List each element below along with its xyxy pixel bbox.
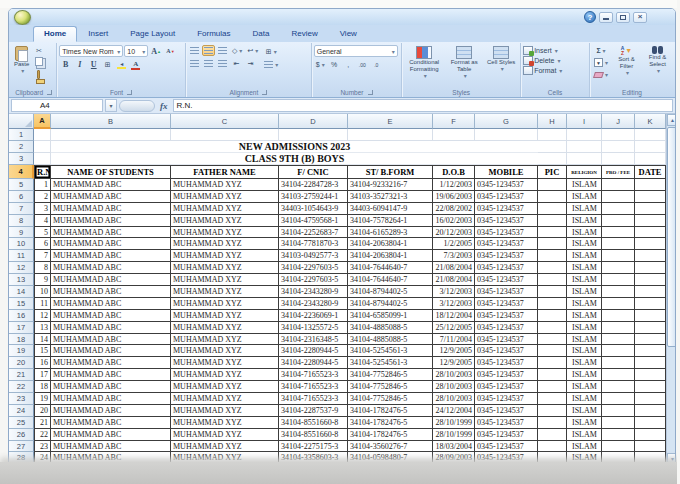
cell[interactable]: ISLAM xyxy=(567,369,602,381)
cell[interactable]: 8 xyxy=(34,262,51,274)
cell[interactable]: ISLAM xyxy=(567,250,602,262)
cell[interactable] xyxy=(602,129,635,141)
table-header-cell[interactable]: D.O.B xyxy=(433,165,475,179)
cell[interactable] xyxy=(635,310,666,322)
cell[interactable]: 34104-7752846-5 xyxy=(348,381,433,393)
cell[interactable] xyxy=(538,215,567,227)
cell[interactable]: MUHAMMAD XYZ xyxy=(171,262,279,274)
row-header-14[interactable]: 14 xyxy=(9,286,34,298)
table-header-cell[interactable]: FATHER NAME xyxy=(171,165,279,179)
row-header-11[interactable]: 11 xyxy=(9,250,34,262)
cell[interactable]: MUHAMMAD ABC xyxy=(51,215,171,227)
cell-styles-button[interactable]: Cell Styles▾ xyxy=(484,45,518,81)
merge-options-button[interactable]: ▾ xyxy=(262,59,280,70)
cell[interactable] xyxy=(602,405,635,417)
cell[interactable]: 34104-7781870-3 xyxy=(279,238,348,250)
cell[interactable]: 0345-1234537 xyxy=(475,429,538,441)
cell[interactable]: 34104-7165523-3 xyxy=(279,369,348,381)
row-header-23[interactable]: 23 xyxy=(9,393,34,405)
cell[interactable] xyxy=(602,310,635,322)
cell[interactable]: MUHAMMAD ABC xyxy=(51,357,171,369)
cell[interactable] xyxy=(602,322,635,334)
cell[interactable]: 16 xyxy=(34,357,51,369)
cell[interactable] xyxy=(538,381,567,393)
sheet-title-row3[interactable]: CLASS 9TH (B) BOYS xyxy=(51,153,538,165)
decrease-indent-button[interactable]: ⇤ xyxy=(230,58,243,69)
cell[interactable]: MUHAMMAD ABC xyxy=(51,417,171,429)
cell[interactable] xyxy=(602,250,635,262)
minimize-button[interactable] xyxy=(599,12,613,23)
cell[interactable]: 0345-1234537 xyxy=(475,250,538,262)
column-header-F[interactable]: F xyxy=(433,114,475,129)
orientation-button[interactable]: ◇▾ xyxy=(230,45,244,56)
cell[interactable] xyxy=(602,393,635,405)
cell[interactable]: 20/12/2003 xyxy=(433,227,475,239)
cell[interactable]: 34104-2236069-1 xyxy=(279,310,348,322)
cell[interactable]: 0345-1234537 xyxy=(475,334,538,346)
cell[interactable] xyxy=(635,141,666,153)
cell[interactable]: 34103-2759244-1 xyxy=(279,191,348,203)
cell[interactable] xyxy=(567,153,602,165)
cell[interactable]: 34104-4759568-1 xyxy=(279,215,348,227)
cell[interactable] xyxy=(538,310,567,322)
cell[interactable]: 14 xyxy=(34,334,51,346)
format-painter-button[interactable] xyxy=(32,68,45,80)
cell[interactable]: 0345-1234537 xyxy=(475,262,538,274)
cell[interactable]: 12/9/2005 xyxy=(433,345,475,357)
cell[interactable]: MUHAMMAD ABC xyxy=(51,405,171,417)
cell[interactable]: 5 xyxy=(34,227,51,239)
column-header-D[interactable]: D xyxy=(279,114,348,129)
cell[interactable] xyxy=(538,262,567,274)
shrink-font-button[interactable]: A▼ xyxy=(164,46,177,57)
cell[interactable]: ISLAM xyxy=(567,393,602,405)
cell[interactable]: 34104-1782476-5 xyxy=(348,429,433,441)
cell[interactable]: ISLAM xyxy=(567,429,602,441)
font-name-combo[interactable]: Times New Rom▾ xyxy=(59,45,123,57)
cell[interactable] xyxy=(635,417,666,429)
cell[interactable] xyxy=(538,429,567,441)
cell[interactable]: 0345-1234537 xyxy=(475,203,538,215)
cell[interactable]: 19/06/2003 xyxy=(433,191,475,203)
table-header-cell[interactable]: NAME OF STUDENTS xyxy=(51,165,171,179)
cell[interactable]: 1 xyxy=(34,179,51,191)
column-header-G[interactable]: G xyxy=(475,114,538,129)
cell[interactable] xyxy=(635,153,666,165)
tab-data[interactable]: Data xyxy=(242,26,281,42)
formula-bar-handle[interactable] xyxy=(119,100,155,112)
cell[interactable]: ISLAM xyxy=(567,238,602,250)
row-header-3[interactable]: 3 xyxy=(9,153,34,165)
cell[interactable] xyxy=(635,381,666,393)
fill-button[interactable]: ▼▾ xyxy=(592,57,610,68)
cell[interactable]: 21 xyxy=(34,417,51,429)
cell[interactable]: MUHAMMAD ABC xyxy=(51,262,171,274)
row-header-12[interactable]: 12 xyxy=(9,262,34,274)
cell[interactable] xyxy=(538,286,567,298)
row-header-8[interactable]: 8 xyxy=(9,215,34,227)
cell[interactable]: 34104-6165289-3 xyxy=(348,227,433,239)
table-header-cell[interactable]: PRO / FEE xyxy=(602,165,635,179)
cell[interactable]: MUHAMMAD XYZ xyxy=(171,393,279,405)
cell[interactable]: 28/10/2003 xyxy=(433,369,475,381)
cell[interactable] xyxy=(635,369,666,381)
cell[interactable]: 0345-1234537 xyxy=(475,405,538,417)
cell[interactable]: 34104-2287537-9 xyxy=(279,405,348,417)
cell[interactable]: 34104-8794402-5 xyxy=(348,286,433,298)
cell[interactable] xyxy=(538,441,567,453)
cell[interactable] xyxy=(538,393,567,405)
cell[interactable]: ISLAM xyxy=(567,203,602,215)
cell[interactable]: 34403-1054643-9 xyxy=(279,203,348,215)
cell[interactable]: 1/12/2003 xyxy=(433,179,475,191)
cell[interactable]: MUHAMMAD ABC xyxy=(51,227,171,239)
cell[interactable]: MUHAMMAD XYZ xyxy=(171,286,279,298)
cell[interactable] xyxy=(635,203,666,215)
cell[interactable]: MUHAMMAD XYZ xyxy=(171,405,279,417)
cell[interactable] xyxy=(602,203,635,215)
cell[interactable]: 10 xyxy=(34,286,51,298)
cell[interactable]: 1/2/2005 xyxy=(433,238,475,250)
cell[interactable] xyxy=(602,179,635,191)
cell[interactable]: MUHAMMAD XYZ xyxy=(171,369,279,381)
row-header-21[interactable]: 21 xyxy=(9,369,34,381)
cell[interactable] xyxy=(635,298,666,310)
cell[interactable]: 21/08/2004 xyxy=(433,274,475,286)
cell[interactable]: MUHAMMAD ABC xyxy=(51,369,171,381)
